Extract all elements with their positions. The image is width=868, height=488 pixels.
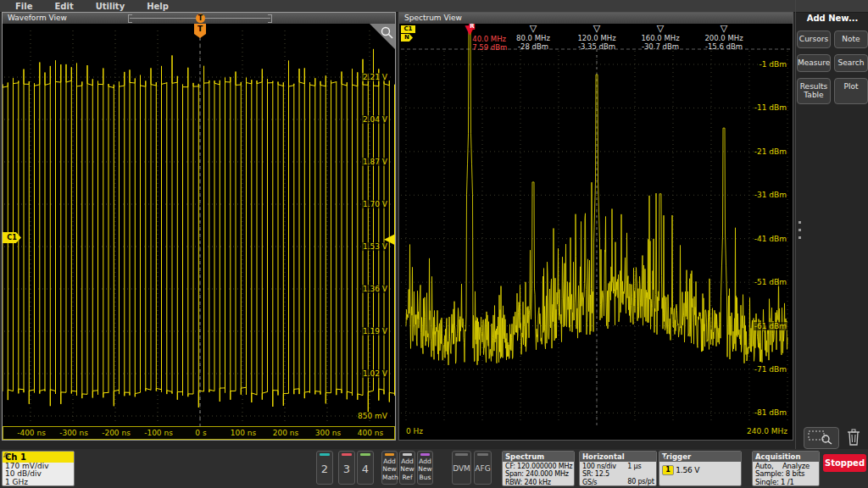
spectrum-rbw: RBW: 240 kHz [505, 479, 574, 486]
menu-utility[interactable]: Utility [85, 2, 136, 11]
trigger-position-flag[interactable]: T [194, 24, 206, 34]
spectrum-marker-120mhz[interactable]: ▽120.0 MHz-3.35 dBm [577, 24, 615, 51]
spectrum-marker-160mhz[interactable]: ▽160.0 MHz-30.7 dBm [641, 24, 679, 51]
menu-help[interactable]: Help [136, 2, 180, 11]
spectrum-marker-40mhz[interactable]: ▼R40.0 MHz7.59 dBm [465, 24, 475, 36]
horizontal-position-slider[interactable]: T [128, 14, 272, 23]
waveform-time-axis[interactable]: -400 ns-300 ns-200 ns-100 ns0 s100 ns200… [3, 426, 395, 440]
spectrum-panel-title: Spectrum [503, 452, 574, 462]
trash-icon [845, 428, 862, 446]
waveform-voltage-label: 1.70 V [362, 200, 388, 208]
bus-color-stripe [420, 453, 430, 456]
spectrum-dbm-label: -31 dBm [754, 191, 787, 199]
zoom-region-icon [804, 428, 837, 446]
add-new-button-grid: Cursors Note Measure Search Results Tabl… [796, 30, 868, 104]
spectrum-dbm-label: -11 dBm [754, 103, 787, 112]
add-plot-button[interactable]: Plot [834, 78, 868, 105]
waveform-voltage-label: 850 mV [357, 412, 388, 420]
zoom-corner-button[interactable] [370, 24, 395, 49]
spectrum-dbm-label: -41 dBm [754, 235, 787, 243]
waveform-trace-svg [3, 24, 395, 426]
trigger-position-knob[interactable]: T [196, 14, 205, 23]
add-new-ref-button[interactable]: Add New Ref [399, 451, 415, 485]
ref-color-stripe [403, 453, 412, 456]
spectrum-trace-badge[interactable]: C1 N [401, 25, 415, 42]
add-results-table-button[interactable]: Results Table [797, 78, 831, 105]
add-new-math-button[interactable]: Add New Math [381, 451, 398, 485]
waveform-voltage-label: 1.02 V [362, 369, 388, 378]
waveform-voltage-label: 1.19 V [362, 327, 388, 336]
magnifier-icon [380, 25, 393, 39]
add-new-bus-button[interactable]: Add New Bus [417, 451, 433, 485]
waveform-view: Waveform View T T 2.21 V2.04 V1.87 V1.70… [2, 12, 396, 441]
freq-end-label: 240.0 MHz [747, 427, 787, 435]
acquisition-single: Single: 1 /1 [755, 479, 819, 486]
trash-button[interactable] [845, 428, 864, 447]
spectrum-badge-channel: C1 [401, 25, 415, 33]
results-bar: Add New... Cursors Note Measure Search R… [795, 0, 868, 449]
waveform-plot[interactable]: T 2.21 V2.04 V1.87 V1.70 V1.53 V1.36 V1.… [3, 24, 395, 426]
spectrum-dbm-label: -1 dBm [759, 60, 788, 69]
horizontal-resolution: 80 ps/pt [627, 479, 654, 486]
spectrum-plot[interactable]: C1 N ▼R40.0 MHz7.59 dBm▽80.0 MHz-28 dBm▽… [399, 24, 793, 440]
channel2-label: 2 [317, 456, 332, 483]
menu-bar: File Edit Utility Help [0, 0, 868, 13]
channel4-label: 4 [358, 456, 373, 483]
marker-frequency-label: 40.0 MHz [472, 35, 506, 43]
horizontal-sample-rate: SR: 12.5 GS/s [582, 470, 626, 486]
afg-button[interactable]: AFG [474, 451, 492, 485]
spectrum-view-title: Spectrum View [399, 14, 462, 22]
freq-start-label: 0 Hz [406, 427, 423, 435]
marker-triangle-icon: ▽ [577, 24, 615, 34]
marker-triangle-icon: ▽ [704, 24, 743, 34]
zoom-mode-button[interactable] [804, 427, 839, 449]
spectrum-dbm-label: -71 dBm [754, 365, 787, 374]
spectrum-settings-badge[interactable]: Spectrum CF: 120.000000 MHz Span: 240.00… [502, 451, 575, 486]
waveform-voltage-label: 1.87 V [362, 158, 388, 166]
acquisition-settings-badge[interactable]: Acquisition Auto, Analyze Sample: 8 bits… [752, 451, 820, 486]
waveform-voltage-label: 1.53 V [362, 242, 388, 251]
marker-triangle-icon: ▽ [641, 24, 679, 34]
menu-file[interactable]: File [4, 2, 43, 11]
add-measure-button[interactable]: Measure [797, 54, 831, 72]
acquisition-panel-title: Acquisition [753, 452, 819, 462]
waveform-view-header: Waveform View T [3, 13, 395, 24]
channel2-button[interactable]: 2 [316, 451, 333, 485]
trigger-source-chip: 1 [662, 465, 674, 475]
slider-left-bracket [128, 14, 132, 23]
spectrum-marker-200mhz[interactable]: ▽200.0 MHz-15.6 dBm [704, 24, 743, 51]
rising-edge-icon [659, 452, 671, 461]
trigger-level-value: 1.56 V [676, 466, 699, 474]
marker-level-label: -15.6 dBm [704, 42, 743, 51]
channel3-button[interactable]: 3 [338, 451, 355, 485]
trigger-settings-badge[interactable]: Trigger 1 1.56 V [659, 451, 742, 486]
run-stop-button[interactable]: Stopped [823, 454, 866, 472]
settings-bar: Ch 1 170 mV/div 10 dB/div 1 GHz 2 3 4 Ad… [0, 449, 868, 488]
add-cursors-button[interactable]: Cursors [797, 30, 831, 48]
horizontal-settings-badge[interactable]: Horizontal 100 ns/div 1 µs SR: 12.5 GS/s… [579, 451, 657, 486]
waveform-time-label: 400 ns [345, 429, 396, 437]
waveform-view-title: Waveform View [3, 14, 67, 22]
dvm-button[interactable]: DVM [452, 451, 471, 485]
add-note-button[interactable]: Note [834, 30, 868, 48]
reference-marker-chip: R [469, 24, 475, 30]
menu-edit[interactable]: Edit [43, 2, 84, 11]
horizontal-scale: 100 ns/div [582, 463, 626, 470]
add-new-math-label: Add New Math [382, 458, 397, 481]
spectrum-cf: CF: 120.000000 MHz [505, 463, 574, 470]
channel3-label: 3 [339, 456, 354, 483]
spectrum-marker-80mhz[interactable]: ▽80.0 MHz-28 dBm [516, 24, 550, 51]
spectrum-view-header: Spectrum View [399, 13, 793, 24]
channel4-button[interactable]: 4 [357, 451, 374, 485]
marker-frequency-label: 80.0 MHz [516, 34, 550, 42]
marker-frequency-label: 120.0 MHz [577, 34, 615, 42]
spectrum-view: Spectrum View C1 N ▼R40.0 MHz7.59 dBm▽80… [398, 12, 793, 441]
add-search-button[interactable]: Search [834, 54, 868, 72]
spectrum-span: Span: 240.000 MHz [505, 470, 574, 478]
waveform-voltage-label: 1.36 V [362, 285, 388, 293]
panel-splitter-handle[interactable] [796, 221, 803, 245]
marker-frequency-label: 160.0 MHz [641, 34, 679, 42]
channel1-badge[interactable]: Ch 1 170 mV/div 10 dB/div 1 GHz [2, 451, 75, 486]
channel1-bandwidth: 1 GHz [3, 479, 74, 486]
marker-level-label: -28 dBm [516, 42, 550, 51]
